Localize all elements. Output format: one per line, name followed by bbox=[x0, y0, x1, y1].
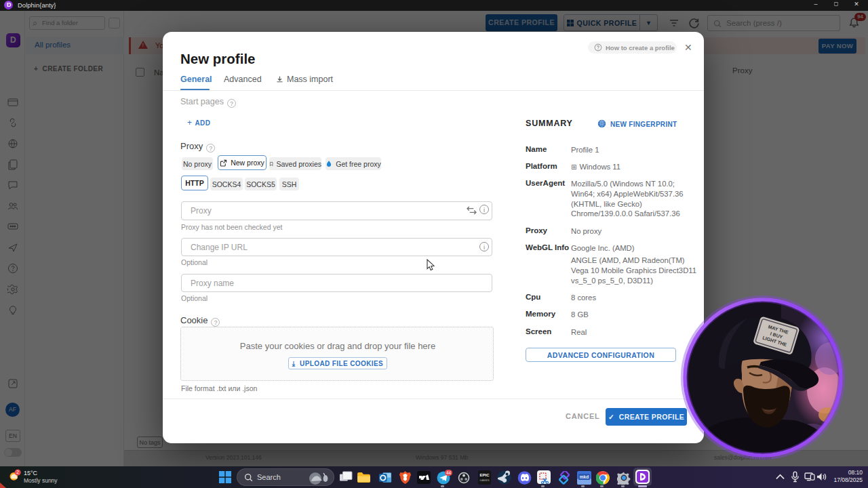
svg-text:2: 2 bbox=[16, 470, 19, 474]
